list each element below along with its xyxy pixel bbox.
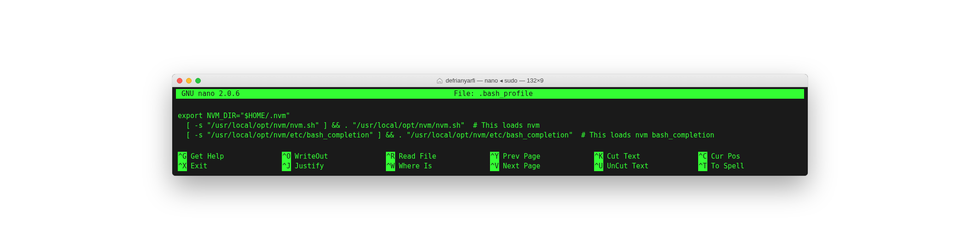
shortcut-item: ^VNext Page [490,161,594,171]
shortcut-item: ^UUnCut Text [594,161,698,171]
shortcut-item: ^KCut Text [594,152,698,161]
traffic-lights [177,78,201,83]
shortcut-key: ^Y [490,152,499,161]
shortcut-label: Cur Pos [711,152,740,161]
shortcut-label: Cut Text [607,152,640,161]
shortcut-key: ^T [698,161,707,171]
shortcut-label: Justify [295,161,324,171]
shortcut-key: ^R [386,152,395,161]
shortcut-label: To Spell [711,161,744,171]
terminal-content[interactable]: GNU nano 2.0.6 File: .bash_profile expor… [172,87,808,176]
shortcut-key: ^W [386,161,395,171]
shortcut-item: ^XExit [178,161,282,171]
shortcut-key: ^G [178,152,187,161]
shortcut-key: ^V [490,161,499,171]
shortcut-label: Exit [191,161,207,171]
editor-content[interactable]: export NVM_DIR="$HOME/.nvm" [ -s "/usr/l… [176,100,804,152]
shortcut-item: ^WWhere Is [386,161,490,171]
shortcut-item: ^JJustify [282,161,386,171]
close-button[interactable] [177,78,182,83]
nano-header: GNU nano 2.0.6 File: .bash_profile [176,89,804,99]
shortcut-label: Get Help [191,152,224,161]
terminal-window: defrianyarfi — nano ◂ sudo — 132×9 GNU n… [172,74,808,176]
shortcut-item: ^GGet Help [178,152,282,161]
shortcut-key: ^C [698,152,707,161]
nano-file-label: File: .bash_profile [184,89,802,99]
shortcut-label: Next Page [503,161,540,171]
shortcut-label: WriteOut [295,152,328,161]
maximize-button[interactable] [195,78,201,83]
shortcut-key: ^J [282,161,291,171]
home-icon [437,77,443,84]
shortcut-key: ^X [178,161,187,171]
shortcut-item: ^CCur Pos [698,152,802,161]
shortcut-item: ^OWriteOut [282,152,386,161]
shortcut-item: ^RRead File [386,152,490,161]
nano-shortcuts: ^GGet Help^OWriteOut^RRead File^YPrev Pa… [176,152,804,171]
shortcut-key: ^O [282,152,291,161]
shortcut-label: Read File [399,152,436,161]
window-title-text: defrianyarfi — nano ◂ sudo — 132×9 [446,77,544,84]
shortcut-key: ^U [594,161,603,171]
shortcut-item: ^TTo Spell [698,161,802,171]
shortcut-label: Prev Page [503,152,540,161]
shortcut-label: Where Is [399,161,432,171]
shortcut-label: UnCut Text [607,161,648,171]
shortcut-item: ^YPrev Page [490,152,594,161]
shortcut-key: ^K [594,152,603,161]
window-titlebar[interactable]: defrianyarfi — nano ◂ sudo — 132×9 [172,74,808,87]
minimize-button[interactable] [186,78,192,83]
window-title: defrianyarfi — nano ◂ sudo — 132×9 [437,77,544,84]
